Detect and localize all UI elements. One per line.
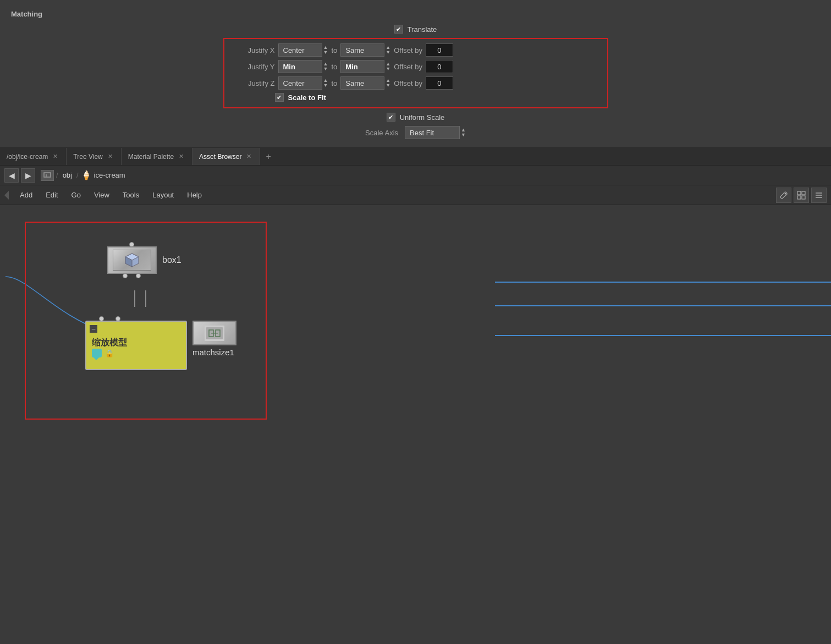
box1-node[interactable]: box1 — [107, 246, 181, 274]
tab-tree-view-close[interactable]: ✕ — [106, 152, 114, 161]
box1-port-bottom-right[interactable] — [136, 273, 141, 278]
matchsize1-icons-row: 🔒 — [90, 349, 183, 357]
breadcrumb-ice-cream-label: ice-cream — [94, 171, 125, 179]
panel-title: Matching — [0, 5, 831, 25]
tab-material-palette-close[interactable]: ✕ — [177, 152, 185, 161]
translate-label: Translate — [408, 25, 437, 34]
box1-port-bottom-left[interactable] — [123, 273, 128, 278]
justify-y-from-btn[interactable]: Min — [278, 60, 322, 73]
tab-obj-ice-cream-close[interactable]: ✕ — [51, 152, 59, 161]
menu-tools[interactable]: Tools — [116, 189, 146, 201]
justify-y-to-btn[interactable]: Min — [340, 60, 384, 73]
uniform-scale-checkbox[interactable]: ✔ — [387, 113, 395, 122]
justify-y-to-container: Min ▲▼ — [340, 60, 390, 73]
justify-x-offset-label: Offset by — [394, 46, 422, 54]
breadcrumb-sep-2: / — [76, 171, 79, 179]
tab-material-palette[interactable]: Material Palette ✕ — [122, 148, 192, 165]
menu-layout[interactable]: Layout — [146, 189, 180, 201]
breadcrumb-ice-cream[interactable]: 🍦 ice-cream — [81, 170, 125, 180]
tab-asset-browser[interactable]: Asset Browser ✕ — [192, 148, 260, 165]
tab-asset-browser-close[interactable]: ✕ — [245, 152, 253, 161]
left-arrow-indicator — [4, 191, 9, 200]
back-button[interactable]: ◀ — [4, 168, 19, 183]
forward-button[interactable]: ▶ — [21, 168, 35, 183]
justify-x-from-arrow[interactable]: ▲▼ — [323, 45, 328, 55]
translate-row: ✔ Translate — [16, 25, 815, 34]
justify-y-label: Justify Y — [231, 63, 275, 71]
scale-to-fit-checkbox[interactable]: ✔ — [275, 93, 284, 102]
box1-thumbnail — [107, 246, 157, 274]
justify-x-from-container: Center ▲▼ — [278, 43, 328, 57]
svg-rect-2 — [46, 174, 47, 177]
justify-x-to-label: to — [331, 46, 337, 54]
tab-obj-ice-cream-label: /obj/ice-cream — [7, 153, 48, 161]
breadcrumb-obj[interactable]: obj — [60, 170, 74, 180]
translate-checkbox[interactable]: ✔ — [394, 25, 403, 34]
matchsize1-node[interactable]: – 缩放模型 🔒 — [85, 321, 236, 370]
matchsize1-header: – — [90, 325, 183, 333]
scale-axis-container: Best Fit ▲▼ — [405, 126, 466, 139]
justify-y-from-container: Min ▲▼ — [278, 60, 328, 73]
menu-view[interactable]: View — [87, 189, 116, 201]
tab-tree-view-label: Tree View — [73, 153, 102, 161]
tab-tree-view[interactable]: Tree View ✕ — [67, 148, 121, 165]
justify-x-label: Justify X — [231, 46, 275, 54]
justify-y-to-arrow[interactable]: ▲▼ — [386, 62, 390, 71]
justify-z-to-label: to — [331, 79, 337, 87]
wrench-icon[interactable] — [776, 188, 791, 203]
svg-rect-7 — [802, 196, 805, 199]
menu-add[interactable]: Add — [13, 189, 39, 201]
matchsize1-yellow-box: – 缩放模型 🔒 — [85, 321, 187, 370]
tabs-bar: /obj/ice-cream ✕ Tree View ✕ Material Pa… — [0, 148, 831, 166]
scale-axis-row: Scale Axis Best Fit ▲▼ — [16, 126, 815, 139]
uniform-scale-row: ✔ Uniform Scale — [16, 113, 815, 122]
justify-z-to-btn[interactable]: Same — [340, 76, 384, 90]
justify-x-to-btn[interactable]: Same — [340, 43, 384, 57]
svg-rect-6 — [797, 196, 801, 199]
matchsize1-minus[interactable]: – — [90, 325, 97, 333]
justify-x-to-arrow[interactable]: ▲▼ — [386, 45, 390, 55]
chat-bubble-icon[interactable] — [92, 349, 102, 357]
menu-go[interactable]: Go — [65, 189, 87, 201]
matchsize1-yellow-text: 缩放模型 — [90, 335, 183, 349]
justify-z-offset-input[interactable] — [426, 76, 453, 90]
justify-z-from-container: Center ▲▼ — [278, 76, 328, 90]
scale-to-fit-row: ✔ Scale to Fit — [231, 93, 601, 102]
menu-edit[interactable]: Edit — [39, 189, 64, 201]
justify-z-to-container: Same ▲▼ — [340, 76, 390, 90]
justify-y-from-arrow[interactable]: ▲▼ — [323, 62, 328, 71]
justify-y-row: Justify Y Min ▲▼ to Min ▲▼ Offset by — [231, 60, 601, 73]
matchsize1-label: matchsize1 — [192, 348, 234, 357]
justify-y-to-label: to — [331, 63, 337, 71]
justify-z-to-arrow[interactable]: ▲▼ — [386, 78, 390, 88]
breadcrumb-bar: ◀ ▶ / obj / 🍦 ice-cream — [0, 166, 831, 185]
scale-axis-label: Scale Axis — [365, 129, 398, 137]
box1-label: box1 — [162, 255, 181, 265]
tab-material-palette-label: Material Palette — [128, 153, 174, 161]
uniform-scale-label: Uniform Scale — [400, 113, 445, 122]
scale-axis-btn[interactable]: Best Fit — [405, 126, 460, 139]
list-icon[interactable] — [811, 188, 827, 203]
breadcrumb-home-icon[interactable] — [41, 170, 54, 181]
justify-y-offset-label: Offset by — [394, 63, 422, 71]
menu-help[interactable]: Help — [180, 189, 208, 201]
scale-axis-arrow[interactable]: ▲▼ — [461, 128, 466, 137]
matchsize1-right: matchsize1 — [192, 321, 236, 357]
tab-obj-ice-cream[interactable]: /obj/ice-cream ✕ — [0, 148, 67, 165]
justify-z-offset-label: Offset by — [394, 79, 422, 87]
justify-x-offset-input[interactable] — [426, 43, 453, 57]
scale-to-fit-label: Scale to Fit — [288, 93, 326, 102]
box1-thumbnail-inner — [113, 250, 151, 271]
lock-icon[interactable]: 🔒 — [105, 349, 114, 357]
justify-z-row: Justify Z Center ▲▼ to Same ▲▼ Offset by — [231, 76, 601, 90]
svg-rect-5 — [802, 191, 805, 195]
main-content: box1 – 缩放模型 🔒 — [0, 205, 831, 644]
ice-cream-icon: 🍦 — [81, 170, 92, 180]
justify-z-from-arrow[interactable]: ▲▼ — [323, 78, 328, 88]
justify-z-from-btn[interactable]: Center — [278, 76, 322, 90]
top-panel-content: ✔ Translate Justify X Center ▲▼ to Same … — [0, 25, 831, 139]
justify-y-offset-input[interactable] — [426, 60, 453, 73]
layout-icon[interactable] — [794, 188, 809, 203]
justify-x-from-btn[interactable]: Center — [278, 43, 322, 57]
tab-add-button[interactable]: + — [260, 148, 276, 165]
